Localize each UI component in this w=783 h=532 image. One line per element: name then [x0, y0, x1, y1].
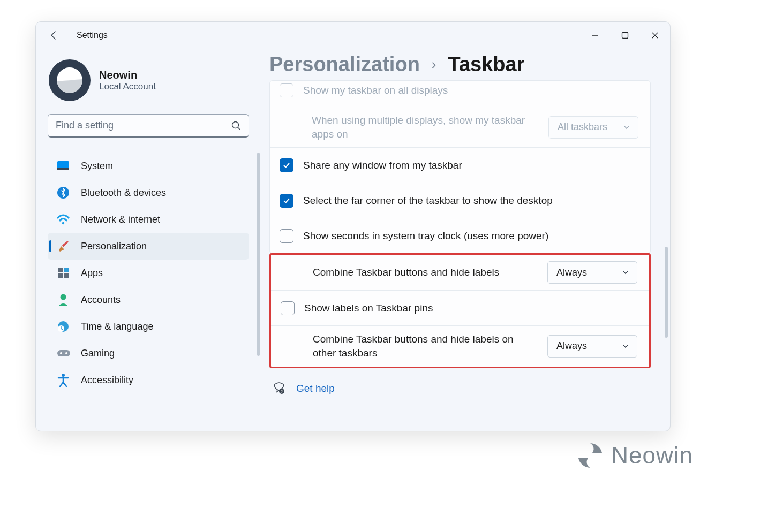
nav-label: System [81, 161, 113, 172]
titlebar: Settings [36, 22, 670, 49]
sidebar-item-accessibility[interactable]: Accessibility [48, 367, 249, 393]
help-icon: ? [273, 382, 285, 395]
svg-point-21 [577, 443, 603, 468]
sidebar-item-system[interactable]: System [48, 153, 249, 179]
setting-label: Combine Taskbar buttons and hide labels … [313, 332, 547, 360]
accessibility-icon [56, 373, 70, 387]
sidebar-item-gaming[interactable]: Gaming [48, 340, 249, 367]
settings-panel-1: Show my taskbar on all displays When usi… [269, 80, 651, 254]
clock-globe-icon [56, 320, 70, 333]
sidebar: Neowin Local Account System Bluetooth & … [36, 49, 261, 431]
svg-rect-11 [64, 273, 69, 278]
setting-label: Show seconds in system tray clock (uses … [303, 229, 638, 243]
setting-multi-display: When using multiple displays, show my ta… [270, 107, 650, 147]
setting-label: When using multiple displays, show my ta… [312, 113, 548, 141]
svg-point-18 [62, 374, 65, 377]
nav-label: Personalization [81, 241, 147, 252]
dropdown-value: Always [556, 340, 587, 352]
dropdown-multi-display: All taskbars [548, 116, 638, 139]
nav-label: Network & internet [81, 214, 160, 225]
nav-label: Apps [81, 268, 103, 279]
setting-combine-buttons: Combine Taskbar buttons and hide labels … [271, 255, 649, 290]
svg-text:?: ? [281, 390, 283, 393]
breadcrumb-current: Taskbar [448, 53, 525, 76]
sidebar-item-accounts[interactable]: Accounts [48, 286, 249, 313]
main-content: Personalization › Taskbar Show my taskba… [261, 49, 670, 431]
svg-rect-15 [57, 350, 70, 356]
person-icon [56, 293, 70, 307]
get-help-link[interactable]: Get help [296, 383, 335, 394]
breadcrumb-parent[interactable]: Personalization [269, 53, 420, 76]
setting-label: Select the far corner of the taskbar to … [303, 194, 638, 208]
nav-label: Accounts [81, 294, 121, 306]
svg-point-2 [232, 122, 239, 128]
wifi-icon [56, 212, 70, 226]
watermark-logo-icon [577, 442, 604, 469]
help-row: ? Get help [269, 382, 651, 395]
close-button[interactable] [640, 24, 670, 47]
checkbox-checked[interactable] [280, 158, 293, 172]
chevron-down-icon [622, 344, 629, 349]
nav-scrollbar[interactable] [257, 153, 260, 356]
setting-label: Show labels on Taskbar pins [304, 301, 637, 315]
search-icon [231, 120, 242, 131]
dropdown-value: Always [556, 267, 587, 278]
watermark: Neowin [577, 442, 693, 469]
chevron-down-icon [623, 125, 630, 130]
checkbox[interactable] [281, 301, 295, 315]
apps-icon [56, 266, 70, 280]
svg-point-16 [60, 352, 62, 354]
setting-show-all-displays: Show my taskbar on all displays [270, 81, 650, 107]
nav-label: Time & language [81, 321, 153, 332]
svg-rect-5 [57, 168, 69, 170]
svg-point-7 [62, 222, 64, 224]
main-scrollbar[interactable] [665, 247, 668, 338]
svg-rect-9 [64, 268, 69, 272]
sidebar-item-apps[interactable]: Apps [48, 260, 249, 286]
system-icon [56, 159, 70, 173]
nav-list: System Bluetooth & devices Network & int… [48, 153, 261, 393]
svg-point-17 [65, 352, 67, 354]
dropdown-combine2[interactable]: Always [547, 335, 637, 358]
chevron-right-icon: › [432, 56, 436, 73]
back-button[interactable] [48, 29, 61, 42]
sidebar-item-personalization[interactable]: Personalization [48, 233, 249, 260]
checkbox [280, 83, 293, 97]
settings-panel-highlighted: Combine Taskbar buttons and hide labels … [269, 253, 651, 368]
checkbox[interactable] [280, 229, 293, 243]
minimize-button[interactable] [580, 24, 610, 47]
maximize-button[interactable] [610, 24, 640, 47]
search-input[interactable] [48, 114, 249, 138]
setting-share-window[interactable]: Share any window from my taskbar [270, 147, 650, 183]
paintbrush-icon [56, 239, 70, 253]
nav-label: Accessibility [81, 375, 133, 386]
svg-rect-1 [622, 33, 628, 39]
dropdown-value: All taskbars [558, 121, 607, 133]
setting-combine-buttons-other: Combine Taskbar buttons and hide labels … [271, 325, 649, 366]
setting-far-corner[interactable]: Select the far corner of the taskbar to … [270, 183, 650, 218]
sidebar-item-time[interactable]: Time & language [48, 313, 249, 340]
nav-label: Gaming [81, 348, 115, 359]
profile-name: Neowin [99, 69, 156, 81]
setting-show-labels-pins[interactable]: Show labels on Taskbar pins [271, 290, 649, 325]
nav-label: Bluetooth & devices [81, 187, 166, 199]
svg-rect-10 [58, 273, 63, 278]
gamepad-icon [56, 346, 70, 360]
setting-label: Share any window from my taskbar [303, 158, 638, 172]
setting-show-seconds[interactable]: Show seconds in system tray clock (uses … [270, 218, 650, 253]
dropdown-combine1[interactable]: Always [547, 261, 637, 284]
checkbox-checked[interactable] [280, 194, 293, 208]
setting-label: Show my taskbar on all displays [303, 83, 638, 97]
watermark-text: Neowin [611, 442, 693, 469]
avatar [49, 59, 91, 101]
search-box[interactable] [48, 114, 249, 138]
sidebar-item-bluetooth[interactable]: Bluetooth & devices [48, 179, 249, 206]
svg-line-3 [238, 127, 240, 130]
bluetooth-icon [56, 186, 70, 200]
profile-block[interactable]: Neowin Local Account [48, 55, 261, 114]
settings-window: Settings Neowin Local Account [35, 21, 671, 431]
chevron-down-icon [622, 270, 629, 275]
sidebar-item-network[interactable]: Network & internet [48, 206, 249, 233]
svg-point-12 [61, 294, 66, 300]
window-title: Settings [77, 31, 108, 40]
